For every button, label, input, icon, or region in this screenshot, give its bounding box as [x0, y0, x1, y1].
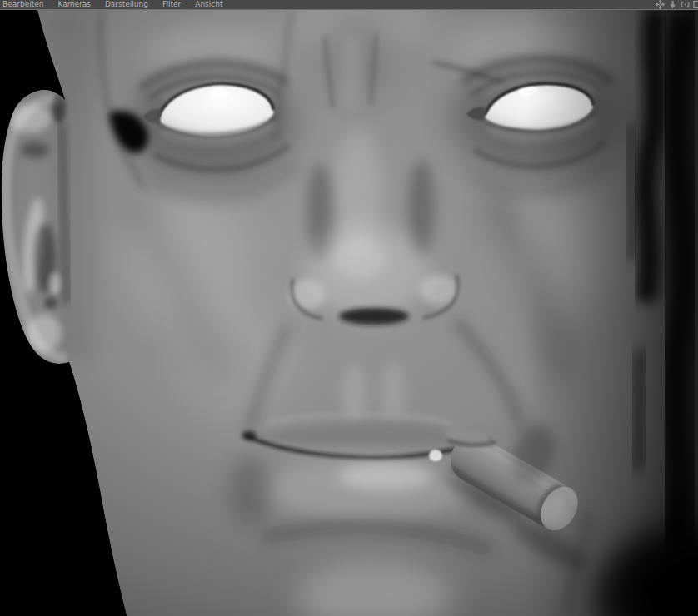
menu-filter[interactable]: Filter [162, 0, 181, 9]
menu-items: Bearbeiten Kameras Darstellung Filter An… [0, 0, 222, 9]
pan-icon[interactable] [656, 0, 665, 9]
dolly-icon[interactable] [668, 0, 677, 9]
viewport-menu-bar: Bearbeiten Kameras Darstellung Filter An… [0, 0, 698, 10]
menu-kameras[interactable]: Kameras [57, 0, 90, 9]
menu-darstellung[interactable]: Darstellung [105, 0, 148, 9]
toggle-view-icon[interactable] [693, 0, 698, 9]
rotate-icon[interactable] [681, 0, 690, 9]
application-window: Bearbeiten Kameras Darstellung Filter An… [0, 0, 698, 616]
viewport-nav-icons [656, 0, 698, 9]
menu-bearbeiten[interactable]: Bearbeiten [2, 0, 43, 9]
3d-viewport[interactable] [0, 10, 698, 616]
menu-ansicht[interactable]: Ansicht [195, 0, 222, 9]
viewport-canvas[interactable] [0, 10, 698, 616]
